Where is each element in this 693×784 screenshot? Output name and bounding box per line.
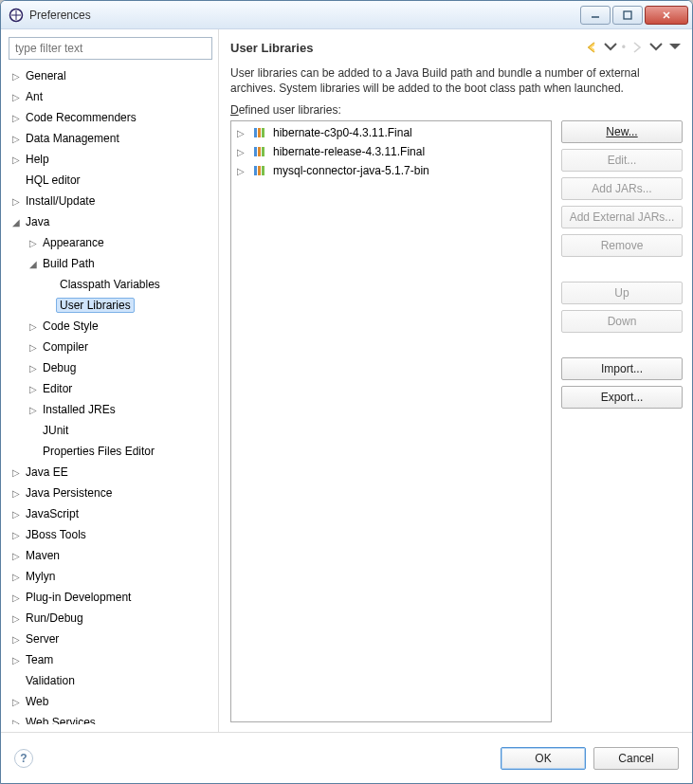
ok-button[interactable]: OK	[501, 747, 586, 770]
tree-twisty-icon[interactable]: ▷	[10, 488, 22, 499]
tree-item-label: Mylyn	[22, 569, 59, 584]
tree-twisty-icon[interactable]: ▷	[10, 155, 22, 165]
library-item[interactable]: ▷hibernate-release-4.3.11.Final	[231, 142, 551, 161]
preferences-tree[interactable]: ▷General▷Ant▷Code Recommenders▷Data Mana…	[9, 65, 212, 724]
lib-twisty-icon[interactable]: ▷	[237, 166, 246, 176]
tree-item[interactable]: ▷Install/Update	[9, 191, 212, 211]
tree-twisty-icon[interactable]: ▷	[10, 634, 22, 645]
tree-item[interactable]: ▷Installed JREs	[9, 399, 212, 420]
tree-item[interactable]: ▷Mylyn	[9, 566, 212, 587]
tree-twisty-icon[interactable]: ▷	[27, 405, 39, 415]
tree-item[interactable]: ▷Java EE	[9, 462, 212, 483]
tree-item[interactable]: HQL editor	[9, 170, 212, 191]
lib-twisty-icon[interactable]: ▷	[237, 147, 246, 157]
tree-item[interactable]: Classpath Variables	[9, 274, 212, 295]
library-item[interactable]: ▷mysql-connector-java-5.1.7-bin	[231, 161, 551, 180]
minimize-button[interactable]	[580, 6, 611, 25]
lib-twisty-icon[interactable]: ▷	[237, 128, 246, 138]
maximize-button[interactable]	[612, 6, 643, 25]
back-menu-icon[interactable]	[603, 40, 618, 55]
tree-twisty-icon[interactable]: ▷	[10, 613, 22, 624]
svg-rect-8	[254, 166, 257, 175]
forward-icon[interactable]	[629, 40, 645, 55]
tree-item[interactable]: User Libraries	[9, 295, 212, 316]
tree-twisty-icon[interactable]: ▷	[27, 321, 39, 332]
defined-label-rest: efined user libraries:	[239, 103, 341, 117]
tree-twisty-icon[interactable]: ◢	[27, 259, 39, 269]
tree-item[interactable]: ▷Code Recommenders	[9, 107, 212, 128]
svg-rect-9	[258, 166, 261, 175]
tree-twisty-icon[interactable]: ▷	[27, 384, 39, 394]
tree-item[interactable]: ▷JavaScript	[9, 503, 212, 524]
library-item[interactable]: ▷hibernate-c3p0-4.3.11.Final	[231, 123, 551, 142]
filter-input[interactable]	[9, 37, 212, 60]
tree-item[interactable]: ▷Plug-in Development	[9, 587, 212, 608]
tree-item[interactable]: ◢Java	[9, 211, 212, 232]
tree-twisty-icon[interactable]: ▷	[27, 238, 39, 248]
user-libraries-list[interactable]: ▷hibernate-c3p0-4.3.11.Final▷hibernate-r…	[230, 120, 552, 722]
tree-item[interactable]: Properties Files Editor	[9, 441, 212, 462]
tree-item[interactable]: ▷Data Management	[9, 128, 212, 149]
add-jars-button[interactable]: Add JARs...	[561, 177, 683, 200]
add-external-jars-button[interactable]: Add External JARs...	[561, 206, 683, 228]
back-icon[interactable]	[584, 40, 599, 55]
page-title: User Libraries	[230, 41, 313, 55]
tree-twisty-icon[interactable]: ▷	[10, 593, 22, 603]
forward-menu-icon[interactable]	[648, 40, 664, 55]
tree-item[interactable]: ▷Web Services	[9, 712, 212, 724]
remove-button[interactable]: Remove	[561, 234, 683, 257]
tree-twisty-icon[interactable]: ▷	[10, 655, 22, 665]
tree-item[interactable]: ▷Java Persistence	[9, 483, 212, 503]
view-menu-icon[interactable]	[667, 40, 683, 55]
tree-twisty-icon[interactable]: ▷	[27, 342, 39, 353]
tree-twisty-icon[interactable]: ▷	[10, 718, 22, 725]
up-button[interactable]: Up	[561, 282, 683, 304]
tree-item[interactable]: ▷JBoss Tools	[9, 524, 212, 545]
tree-twisty-icon[interactable]: ▷	[10, 467, 22, 478]
import-button[interactable]: Import...	[561, 357, 683, 380]
tree-twisty-icon[interactable]: ▷	[27, 363, 39, 374]
tree-item[interactable]: ▷Help	[9, 149, 212, 170]
tree-item-label: JUnit	[39, 423, 72, 438]
window-title: Preferences	[29, 9, 578, 22]
export-button[interactable]: Export...	[561, 386, 683, 409]
tree-twisty-icon[interactable]: ▷	[10, 551, 22, 561]
tree-item-label: Code Style	[39, 319, 102, 334]
help-icon[interactable]: ?	[14, 749, 33, 768]
tree-twisty-icon[interactable]: ▷	[10, 113, 22, 123]
tree-twisty-icon[interactable]: ▷	[10, 92, 22, 102]
tree-twisty-icon[interactable]: ▷	[10, 134, 22, 144]
titlebar[interactable]: Preferences	[1, 1, 692, 29]
tree-item[interactable]: ▷Ant	[9, 86, 212, 107]
tree-item[interactable]: ▷Server	[9, 629, 212, 649]
tree-item[interactable]: ▷Team	[9, 649, 212, 670]
tree-twisty-icon[interactable]: ▷	[10, 572, 22, 582]
tree-item[interactable]: ▷Debug	[9, 357, 212, 378]
footer: ? OK Cancel	[1, 732, 692, 783]
tree-item[interactable]: ▷Maven	[9, 545, 212, 566]
tree-item[interactable]: ▷Code Style	[9, 316, 212, 337]
tree-item[interactable]: ▷Editor	[9, 378, 212, 399]
tree-item-label: Java Persistence	[22, 485, 116, 501]
new-button[interactable]: New...	[561, 120, 683, 143]
tree-twisty-icon[interactable]: ▷	[10, 697, 22, 707]
tree-twisty-icon[interactable]: ◢	[10, 217, 22, 228]
tree-item[interactable]: ▷Appearance	[9, 232, 212, 253]
close-button[interactable]	[645, 6, 688, 25]
down-button[interactable]: Down	[561, 310, 683, 333]
tree-item[interactable]: ▷General	[9, 65, 212, 86]
tree-item[interactable]: ▷Compiler	[9, 337, 212, 357]
edit-button[interactable]: Edit...	[561, 149, 683, 172]
tree-item[interactable]: ▷Web	[9, 691, 212, 712]
cancel-button[interactable]: Cancel	[593, 747, 679, 770]
tree-twisty-icon[interactable]: ▷	[10, 530, 22, 540]
defined-label: Defined user libraries:	[230, 103, 683, 117]
tree-item[interactable]: Validation	[9, 670, 212, 691]
tree-item[interactable]: ▷Run/Debug	[9, 608, 212, 629]
tree-item[interactable]: JUnit	[9, 420, 212, 441]
tree-twisty-icon[interactable]: ▷	[10, 196, 22, 207]
tree-twisty-icon[interactable]: ▷	[10, 509, 22, 520]
tree-item[interactable]: ◢Build Path	[9, 253, 212, 274]
tree-twisty-icon[interactable]: ▷	[10, 71, 22, 82]
library-label: hibernate-c3p0-4.3.11.Final	[273, 126, 412, 139]
